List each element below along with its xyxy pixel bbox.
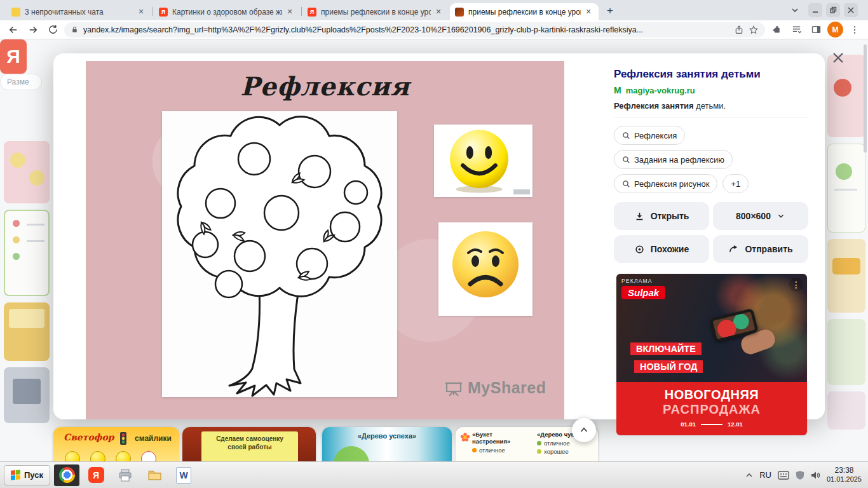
background-thumbnail[interactable] <box>4 302 50 361</box>
tab-close-icon[interactable]: ✕ <box>433 7 444 17</box>
tab-close-icon[interactable]: ✕ <box>583 7 593 17</box>
viewer-close-icon[interactable] <box>829 48 848 67</box>
image-title-link[interactable]: Рефлексия занятия детьми <box>614 67 808 81</box>
source-favicon: M <box>614 85 621 95</box>
query-chip[interactable]: Задания на рефлексию <box>614 150 733 169</box>
smiley-ball <box>116 451 131 461</box>
tab-healthy-images[interactable]: Я Картинки о здоровом образе жиз ✕ <box>154 3 300 20</box>
back-button[interactable] <box>5 22 22 38</box>
tab-close-icon[interactable]: ✕ <box>136 7 146 17</box>
ad-subheadline: РАСПРОДАЖА <box>616 402 807 417</box>
taskbar-yandex-button[interactable]: Я <box>83 464 109 486</box>
shield-icon[interactable] <box>796 470 804 480</box>
taskbar-printer-button[interactable] <box>112 464 138 486</box>
image-info-panel: Рефлексия занятия детьми M magiya-vokrug… <box>614 67 808 435</box>
traffic-light-icon <box>119 431 127 445</box>
address-bar[interactable]: yandex.kz/images/search?img_url=http%3A%… <box>64 22 765 37</box>
source-domain: magiya-vokrug.ru <box>626 86 695 95</box>
tray-chevron-up-icon[interactable] <box>745 471 753 479</box>
taskbar-clock[interactable]: 23:38 01.01.2025 <box>827 466 862 484</box>
sulpak-ad[interactable]: РЕКЛАМА Sulpak ⋮ ВКЛЮЧАЙТЕ НОВЫЙ ГОД НОВ… <box>616 274 807 435</box>
url-text: yandex.kz/images/search?img_url=http%3A%… <box>83 25 729 34</box>
background-thumbnail[interactable] <box>827 144 865 233</box>
bookmark-star-icon[interactable] <box>749 25 759 35</box>
query-chip[interactable]: Рефлексия <box>614 126 685 145</box>
start-label: Пуск <box>24 470 43 480</box>
send-button[interactable]: Отправить <box>713 235 808 263</box>
size-select-button[interactable]: 800×600 <box>713 202 808 230</box>
extensions-puzzle-icon[interactable] <box>768 22 785 38</box>
reading-list-icon[interactable] <box>788 22 804 38</box>
window-minimize-button[interactable] <box>808 3 822 17</box>
ad-slogan-line2: НОВЫЙ ГОД <box>634 360 703 373</box>
dates-line <box>701 424 722 425</box>
desktop: 3 непрочитанных чата ✕ Я Картинки о здор… <box>0 0 868 488</box>
tab-reflection-1[interactable]: Я приемы рефлексии в конце урока ✕ <box>302 3 449 20</box>
taskbar-folder-button[interactable] <box>142 464 167 486</box>
background-thumbnail[interactable] <box>4 367 50 423</box>
tab-chats[interactable]: 3 непрочитанных чата ✕ <box>6 3 151 20</box>
source-link[interactable]: M magiya-vokrug.ru <box>614 85 808 95</box>
ad-menu-icon[interactable]: ⋮ <box>789 278 803 292</box>
keyboard-icon[interactable] <box>778 471 789 480</box>
open-button[interactable]: Открыть <box>614 202 709 230</box>
ad-dates: 01.01 12.01 <box>616 421 807 428</box>
size-filter-chip[interactable]: Разме <box>0 74 42 90</box>
start-button[interactable]: Пуск <box>4 465 50 485</box>
image-description: Рефлексия занятия детьми. <box>614 101 808 111</box>
browser-menu-icon[interactable] <box>846 22 863 38</box>
tab-separator <box>153 7 153 16</box>
ad-photo: РЕКЛАМА Sulpak ⋮ ВКЛЮЧАЙТЕ НОВЫЙ ГОД <box>616 274 807 382</box>
forward-button[interactable] <box>25 22 41 38</box>
related-query-chips: Рефлексия Задания на рефлексию Рефлексия… <box>614 126 808 193</box>
tab-close-icon[interactable]: ✕ <box>285 7 295 17</box>
sad-smiley-card <box>438 222 532 316</box>
more-queries-chip[interactable]: +1 <box>722 174 749 193</box>
yandex-logo[interactable]: Я <box>0 39 27 74</box>
divider <box>614 118 808 118</box>
similar-button[interactable]: Похожие <box>614 235 709 263</box>
taskbar-chrome-button[interactable] <box>54 464 79 486</box>
yandex-images-page: Я Разме <box>0 39 868 461</box>
related-thumbnail-self-assessment[interactable]: Сделаем самооценку своей работы <box>182 427 316 461</box>
ad-banner-bottom: НОВОГОДНЯЯ РАСПРОДАЖА 01.01 12.01 <box>616 382 807 435</box>
background-thumbnail[interactable] <box>827 319 865 385</box>
background-thumbnail[interactable] <box>4 141 50 203</box>
reload-button[interactable] <box>44 22 61 38</box>
thumb-caption: смайлики <box>135 434 172 443</box>
bullet-dot <box>537 449 541 454</box>
windows-taskbar: Пуск Я W RU 23:38 01.01.2025 <box>0 461 868 488</box>
search-icon <box>622 132 630 140</box>
smiley-ball <box>65 451 80 461</box>
thumb-item: отличное <box>544 440 570 447</box>
background-thumbnail[interactable] <box>4 210 50 296</box>
search-icon <box>622 180 630 188</box>
scroll-to-top-button[interactable] <box>572 418 596 442</box>
reflection-tree-picture <box>162 111 397 397</box>
side-panel-icon[interactable] <box>808 22 824 38</box>
tab-separator <box>301 7 302 16</box>
bullet-dot <box>472 448 477 452</box>
volume-icon[interactable] <box>811 471 820 480</box>
happy-smiley-icon <box>444 126 514 196</box>
window-maximize-button[interactable] <box>826 3 840 17</box>
related-thumbnail-success-tree[interactable]: «Дерево успеха» <box>322 427 452 461</box>
background-thumbnail[interactable] <box>827 391 865 430</box>
taskbar-word-button[interactable]: W <box>171 464 196 486</box>
background-thumbnail[interactable] <box>827 239 865 313</box>
tab-reflection-active[interactable]: приемы рефлексии в конце урока ✕ <box>450 3 599 20</box>
window-close-button[interactable] <box>844 3 858 17</box>
page-scrollbar[interactable] <box>864 44 867 152</box>
new-tab-button[interactable]: + <box>602 4 618 19</box>
viewed-image[interactable]: Рефлексия <box>86 61 564 419</box>
tab-search-chevron-icon[interactable] <box>788 3 802 17</box>
keyboard-language-indicator[interactable]: RU <box>759 470 771 480</box>
myshared-watermark: MyShared <box>445 379 546 397</box>
related-thumbnail-traffic-light[interactable]: Светофор смайлики <box>53 427 179 461</box>
share-icon[interactable] <box>734 25 744 35</box>
chat-favicon-icon <box>11 8 20 17</box>
query-chip[interactable]: Рефлексия рисунок <box>614 174 717 193</box>
thumb-caption: «Дерево успеха» <box>322 432 452 440</box>
thumb-caption: Светофор <box>64 432 114 442</box>
profile-avatar[interactable]: M <box>827 22 843 37</box>
